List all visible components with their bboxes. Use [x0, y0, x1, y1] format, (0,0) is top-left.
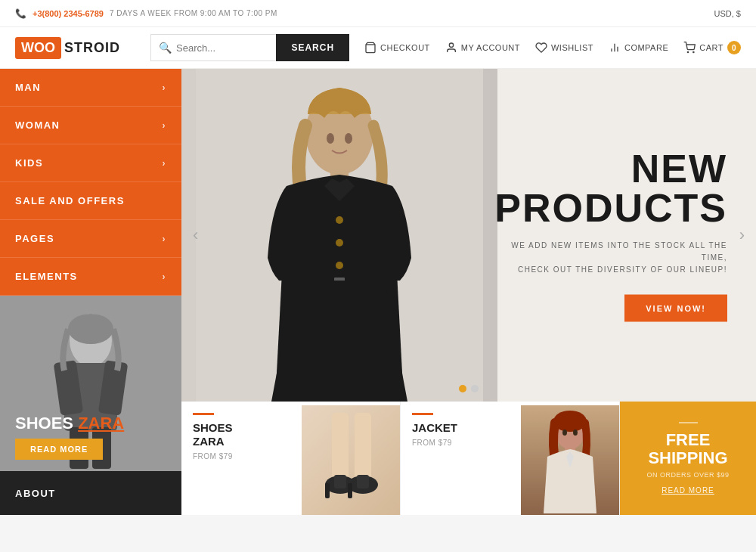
cart-icon	[683, 42, 696, 54]
sidebar-menu: MAN › WOMAN › KIDS › SALE AND OFFERS PAG…	[0, 69, 181, 296]
chevron-icon: ›	[163, 158, 167, 169]
sidebar: MAN › WOMAN › KIDS › SALE AND OFFERS PAG…	[0, 69, 181, 515]
main-layout: MAN › WOMAN › KIDS › SALE AND OFFERS PAG…	[0, 69, 756, 515]
hero-model-image	[181, 69, 497, 402]
product-card-shoes: SHOESZARA FROM $79	[181, 402, 401, 515]
sidebar-item-elements[interactable]: ELEMENTS ›	[0, 258, 181, 296]
slider-dot-1[interactable]	[459, 385, 466, 392]
svg-rect-32	[348, 483, 352, 498]
hero-title: NEWPRODUCTS	[486, 149, 727, 228]
search-input-wrapper: 🔍	[150, 34, 276, 61]
svg-point-5	[688, 51, 689, 52]
svg-point-35	[562, 430, 567, 436]
phone-icon: 📞	[15, 8, 26, 19]
shipping-subtitle: ON ORDERS OVER $99	[646, 471, 729, 479]
compare-link[interactable]: COMPARE	[609, 42, 668, 54]
slider-dots	[459, 385, 479, 392]
search-button[interactable]: SEARCH	[276, 34, 349, 61]
jacket-model-svg	[525, 408, 615, 513]
svg-rect-29	[334, 475, 346, 488]
sidebar-item-pages[interactable]: PAGES ›	[0, 220, 181, 258]
card-accent	[193, 413, 214, 415]
promo-read-more-button[interactable]: READ MORE	[15, 439, 103, 460]
sidebar-item-man[interactable]: MAN ›	[0, 69, 181, 107]
sidebar-item-woman[interactable]: WOMAN ›	[0, 107, 181, 144]
svg-point-18	[345, 133, 352, 144]
shoes-svg	[305, 413, 396, 511]
svg-rect-26	[355, 413, 371, 481]
svg-point-34	[553, 411, 587, 432]
slider-prev-button[interactable]: ‹	[185, 218, 206, 253]
product-image-jacket	[521, 405, 619, 515]
currency-selector[interactable]: USD, $	[714, 9, 741, 18]
logo-woo: WOO	[15, 37, 61, 59]
search-bar: 🔍 SEARCH	[150, 34, 349, 61]
svg-point-6	[693, 51, 694, 52]
svg-point-14	[68, 314, 113, 344]
hero-subtitle: WE ADD NEW ITEMS INTO THE STOCK ALL THE …	[486, 240, 727, 276]
cart-link[interactable]: CART 0	[683, 41, 741, 54]
slider-next-button[interactable]: ›	[732, 218, 752, 253]
svg-point-24	[336, 262, 343, 269]
logo[interactable]: WOO STROID	[15, 37, 120, 59]
svg-point-36	[573, 430, 578, 436]
svg-point-17	[327, 133, 334, 144]
cart-count: 0	[727, 41, 741, 54]
heart-icon	[535, 42, 547, 54]
top-bar-left: 📞 +3(800) 2345-6789 7 DAYS A WEEK FROM 9…	[15, 8, 277, 19]
logo-stroid: STROID	[64, 40, 120, 56]
sidebar-item-about[interactable]: ABOUT	[0, 471, 181, 515]
header-nav: CHECKOUT MY ACCOUNT WISHLIST COMPARE CAR…	[364, 41, 741, 54]
sidebar-promo: SHOES ZARA READ MORE	[0, 296, 181, 471]
content-area: NEWPRODUCTS WE ADD NEW ITEMS INTO THE ST…	[181, 69, 756, 515]
sidebar-item-sale[interactable]: SALE AND OFFERS	[0, 182, 181, 220]
compare-icon	[609, 42, 621, 54]
chevron-icon: ›	[163, 271, 167, 282]
header: WOO STROID 🔍 SEARCH CHECKOUT MY ACCOUNT …	[0, 27, 756, 69]
hero-content: NEWPRODUCTS WE ADD NEW ITEMS INTO THE ST…	[486, 149, 727, 322]
svg-rect-30	[357, 475, 369, 488]
phone-number[interactable]: +3(800) 2345-6789	[33, 9, 104, 18]
promo-title: SHOES ZARA	[15, 414, 124, 433]
slider-dot-2[interactable]	[471, 385, 479, 392]
hero-model-svg	[196, 69, 483, 402]
chevron-icon: ›	[163, 82, 167, 93]
search-input[interactable]	[176, 42, 268, 54]
checkout-icon	[364, 42, 376, 54]
shipping-title: FREESHIPPING	[648, 431, 727, 467]
hero-view-now-button[interactable]: VIEW NOW!	[624, 295, 727, 322]
hero-slider: NEWPRODUCTS WE ADD NEW ITEMS INTO THE ST…	[181, 69, 756, 402]
svg-point-22	[336, 216, 343, 224]
svg-point-23	[336, 239, 343, 247]
account-icon	[445, 42, 457, 54]
my-account-link[interactable]: MY ACCOUNT	[445, 42, 520, 54]
shipping-read-more[interactable]: READ MORE	[662, 486, 714, 495]
search-icon: 🔍	[159, 42, 172, 54]
card-accent	[412, 413, 433, 415]
promo-accent: ZARA	[78, 414, 124, 433]
svg-rect-31	[325, 483, 330, 498]
top-bar: 📞 +3(800) 2345-6789 7 DAYS A WEEK FROM 9…	[0, 0, 756, 27]
checkout-link[interactable]: CHECKOUT	[364, 42, 430, 54]
chevron-icon: ›	[163, 120, 167, 131]
svg-rect-25	[332, 413, 349, 481]
business-hours: 7 DAYS A WEEK FROM 9:00 AM TO 7:00 PM	[110, 9, 277, 17]
product-image-shoes	[302, 405, 400, 515]
shipping-line	[679, 422, 698, 423]
wishlist-link[interactable]: WISHLIST	[535, 42, 593, 54]
chevron-icon: ›	[163, 234, 167, 244]
free-shipping-card: FREESHIPPING ON ORDERS OVER $99 READ MOR…	[620, 402, 756, 515]
svg-point-1	[449, 43, 453, 47]
product-row: SHOESZARA FROM $79	[181, 402, 756, 515]
product-card-jacket: JACKET FROM $79	[401, 402, 620, 515]
sidebar-item-kids[interactable]: KIDS ›	[0, 144, 181, 182]
